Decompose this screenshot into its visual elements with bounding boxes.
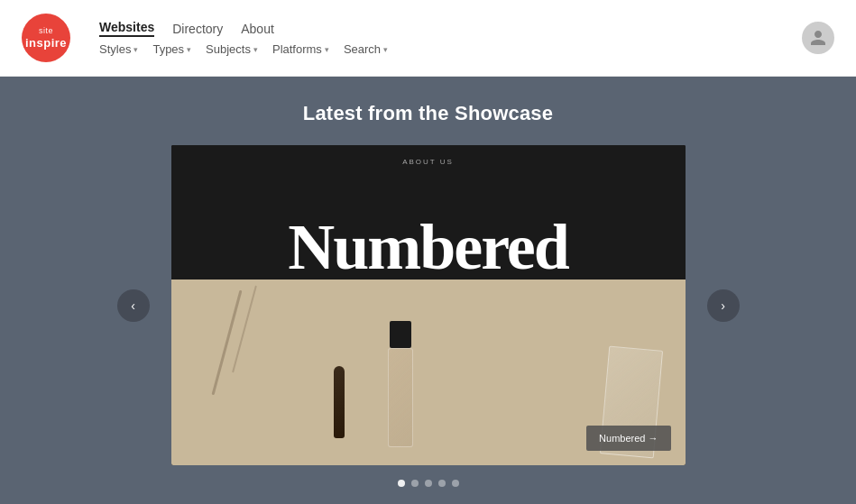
nav-about[interactable]: About	[241, 22, 274, 36]
slider-wrapper: ‹ ABOUT US Numbered	[171, 145, 686, 465]
decorative-bottle-2	[388, 348, 413, 447]
decorative-bottle-1	[334, 366, 345, 438]
dot-2[interactable]	[411, 480, 419, 487]
dot-3[interactable]	[425, 480, 432, 487]
decorative-shadow-2	[232, 286, 257, 373]
logo[interactable]: site inspire	[22, 14, 70, 62]
decorative-bottle-cap	[390, 321, 411, 348]
chevron-down-icon: ▾	[253, 45, 258, 54]
logo-circle[interactable]: site inspire	[22, 14, 70, 62]
nav-websites[interactable]: Websites	[99, 20, 154, 37]
nav-search[interactable]: Search ▾	[344, 42, 388, 56]
chevron-down-icon: ▾	[383, 45, 388, 54]
logo-line1: site	[39, 26, 53, 36]
chevron-down-icon: ▾	[187, 45, 191, 54]
showcase-title: Latest from the Showcase	[303, 102, 553, 125]
chevron-down-icon: ▾	[133, 45, 138, 54]
slide-main-text: Numbered	[288, 215, 568, 279]
dot-5[interactable]	[452, 480, 459, 487]
nav-types[interactable]: Types ▾	[152, 42, 191, 56]
user-avatar-button[interactable]	[802, 22, 834, 54]
nav-platforms[interactable]: Platforms ▾	[272, 42, 329, 56]
main-nav: Websites Directory About Styles ▾ Types …	[99, 20, 388, 56]
logo-line2: inspire	[25, 36, 67, 50]
showcase-section: Latest from the Showcase ‹ ABOUT US Numb…	[0, 77, 856, 504]
nav-bottom: Styles ▾ Types ▾ Subjects ▾ Platforms ▾ …	[99, 42, 388, 56]
slide-top: ABOUT US Numbered	[171, 145, 686, 279]
next-button[interactable]: ›	[707, 289, 740, 322]
slide-image: ABOUT US Numbered Numbered →	[171, 145, 686, 465]
nav-top: Websites Directory About	[99, 20, 388, 37]
nav-styles[interactable]: Styles ▾	[99, 42, 138, 56]
nav-subjects[interactable]: Subjects ▾	[206, 42, 258, 56]
slide-cta-button[interactable]: Numbered →	[586, 426, 670, 451]
dot-4[interactable]	[438, 480, 446, 487]
user-icon	[809, 29, 827, 47]
header: site inspire Websites Directory About St…	[0, 0, 856, 77]
chevron-down-icon: ▾	[325, 45, 329, 54]
slide-about-label: ABOUT US	[402, 158, 454, 166]
decorative-shadow-1	[211, 290, 242, 396]
prev-button[interactable]: ‹	[117, 289, 150, 322]
slide-dots	[398, 480, 459, 487]
slide-container: ABOUT US Numbered Numbered →	[171, 145, 686, 465]
nav-directory[interactable]: Directory	[172, 22, 223, 36]
dot-1[interactable]	[398, 480, 405, 487]
